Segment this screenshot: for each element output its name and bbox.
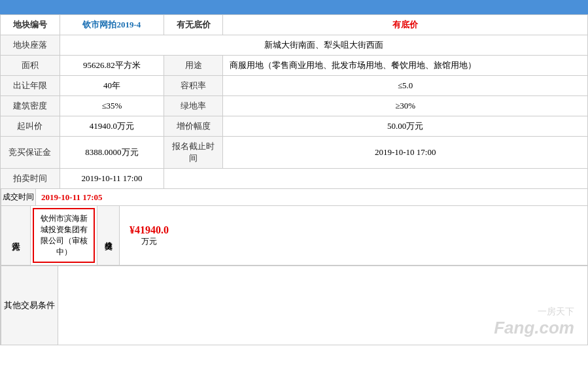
value-auction-time: 2019-10-11 17:00 xyxy=(60,169,164,189)
table-row-6: 起叫价 41940.0万元 增价幅度 50.00万元 xyxy=(1,116,588,137)
transaction-time-label: 成交时间 xyxy=(1,189,36,205)
value-reserve-price: 有底价 xyxy=(223,15,588,35)
other-conditions-section: 其他交易条件 一房天下 Fang.com xyxy=(1,266,588,345)
bidder-name-cell: 钦州市滨海新城投资集团有限公司（审核中） xyxy=(33,208,95,263)
table-row-8: 拍卖时间 2019-10-11 17:00 xyxy=(1,169,588,189)
label-usage: 用途 xyxy=(164,56,223,76)
value-deadline: 2019-10-10 17:00 xyxy=(223,137,588,169)
transaction-block: 成交时间 2019-10-11 17:05 竞得人 钦州市滨海新城投资集团有限公… xyxy=(1,189,588,266)
label-deposit: 竞买保证金 xyxy=(1,137,60,169)
label-plot-number: 地块编号 xyxy=(1,15,60,35)
watermark-text: Fang.com xyxy=(494,318,574,338)
label-floor-ratio: 容积率 xyxy=(164,76,223,96)
value-green-ratio: ≥30% xyxy=(223,96,588,116)
watermark: 一房天下 Fang.com xyxy=(494,306,574,338)
other-conditions-content: 一房天下 Fang.com xyxy=(58,266,587,345)
transaction-price-label: 成交价格 xyxy=(97,206,120,265)
label-tenure: 出让年限 xyxy=(1,76,60,96)
value-location: 新城大街南面、犁头咀大街西面 xyxy=(60,35,588,56)
table-row-5: 建筑密度 ≤35% 绿地率 ≥30% xyxy=(1,96,588,116)
land-info-table: 地块编号 钦市网拍2019-4 有无底价 有底价 地块座落 新城大街南面、犁头咀… xyxy=(1,15,588,189)
table-row-1: 地块编号 钦市网拍2019-4 有无底价 有底价 xyxy=(1,15,588,35)
value-tenure: 40年 xyxy=(60,76,164,96)
table-row-4: 出让年限 40年 容积率 ≤5.0 xyxy=(1,76,588,96)
other-conditions-label: 其他交易条件 xyxy=(1,266,58,345)
label-reserve-price: 有无底价 xyxy=(164,15,223,35)
label-deadline: 报名截止时间 xyxy=(164,137,223,169)
label-green-ratio: 绿地率 xyxy=(164,96,223,116)
empty-cell-1 xyxy=(164,169,223,189)
value-area: 95626.82平方米 xyxy=(60,56,164,76)
label-auction-time: 拍卖时间 xyxy=(1,169,60,189)
top-bar xyxy=(0,0,588,14)
table-row-7: 竞买保证金 8388.0000万元 报名截止时间 2019-10-10 17:0… xyxy=(1,137,588,169)
value-floor-ratio: ≤5.0 xyxy=(223,76,588,96)
watermark-prefix: 一房天下 xyxy=(494,306,574,318)
label-building-density: 建筑密度 xyxy=(1,96,60,116)
value-increment: 50.00万元 xyxy=(223,116,588,137)
value-start-price: 41940.0万元 xyxy=(60,116,164,137)
price-amount: ¥41940.0 xyxy=(130,224,169,236)
main-table-wrapper: 地块编号 钦市网拍2019-4 有无底价 有底价 地块座落 新城大街南面、犁头咀… xyxy=(0,14,588,345)
value-plot-number: 钦市网拍2019-4 xyxy=(60,15,164,35)
transaction-time-value: 2019-10-11 17:05 xyxy=(36,189,108,205)
value-building-density: ≤35% xyxy=(60,96,164,116)
label-area: 面积 xyxy=(1,56,60,76)
transaction-time-row: 成交时间 2019-10-11 17:05 xyxy=(1,189,587,206)
bidder-row: 竞得人 钦州市滨海新城投资集团有限公司（审核中） 成交价格 ¥41940.0 万… xyxy=(1,206,587,266)
price-unit: 万元 xyxy=(141,236,157,247)
table-row-3: 面积 95626.82平方米 用途 商服用地（零售商业用地、批发市场用地、餐饮用… xyxy=(1,56,588,76)
empty-cell-2 xyxy=(223,169,588,189)
label-increment: 增价幅度 xyxy=(164,116,223,137)
value-deposit: 8388.0000万元 xyxy=(60,137,164,169)
transaction-price-value: ¥41940.0 万元 xyxy=(120,206,179,265)
value-usage: 商服用地（零售商业用地、批发市场用地、餐饮用地、旅馆用地） xyxy=(223,56,588,76)
label-location: 地块座落 xyxy=(1,35,60,56)
label-start-price: 起叫价 xyxy=(1,116,60,137)
table-row-2: 地块座落 新城大街南面、犁头咀大街西面 xyxy=(1,35,588,56)
bidder-label-cell: 竞得人 xyxy=(1,206,31,265)
